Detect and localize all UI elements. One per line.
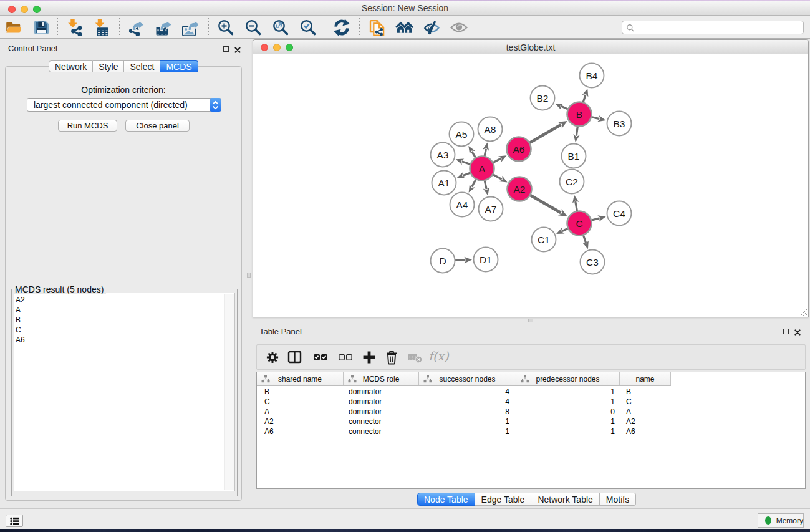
fit-content-button[interactable]: [271, 17, 291, 37]
column-header-MCDS-role[interactable]: MCDS role: [344, 372, 419, 385]
table-cell: connector: [344, 417, 419, 427]
table-cell: B: [620, 387, 671, 397]
fit-content-icon: [272, 19, 289, 36]
mcds-result-list[interactable]: A2ABCA6: [16, 295, 25, 345]
table-panel-close-icon[interactable]: [794, 329, 801, 336]
graph-node-label: C3: [586, 257, 599, 268]
table-row[interactable]: Adominator80A: [257, 407, 806, 417]
export-table-button[interactable]: [153, 17, 173, 37]
close-x-icon: [234, 47, 241, 53]
tab-select[interactable]: Select: [124, 60, 160, 72]
resize-grip-icon[interactable]: [800, 309, 807, 316]
add-column-button[interactable]: [359, 347, 379, 367]
network-graph-canvas[interactable]: B4B2BB3A5A8A6B1A3AA1C2A2A4A7C4CC1C3DD1: [254, 55, 809, 317]
show-eye-button[interactable]: [449, 17, 469, 37]
column-header-predecessor-nodes[interactable]: predecessor nodes: [516, 372, 620, 385]
export-image-icon: [181, 19, 198, 36]
horizontal-splitter-handle[interactable]: [528, 319, 533, 322]
import-network-button[interactable]: [65, 17, 85, 37]
column-header-shared-name[interactable]: shared name: [257, 372, 344, 385]
memory-button[interactable]: Memory: [758, 513, 804, 528]
table-panel-tabs: Node TableEdge TableNetwork TableMotifs: [417, 493, 636, 506]
toolbar-separator: [119, 18, 120, 37]
table-panel-float-icon[interactable]: [783, 329, 789, 334]
table-cell: 0: [516, 407, 620, 417]
table-row[interactable]: A6connector11A6: [257, 427, 806, 437]
column-header-name[interactable]: name: [620, 372, 671, 385]
table-cell: C: [620, 397, 671, 407]
tab-motifs[interactable]: Motifs: [600, 493, 636, 506]
tab-network[interactable]: Network: [49, 60, 93, 72]
column-settings-button[interactable]: [263, 347, 282, 367]
column-header-successor-nodes[interactable]: successor nodes: [419, 372, 516, 385]
table-row[interactable]: Cdominator41C: [257, 397, 806, 407]
select-all-button[interactable]: [311, 347, 330, 367]
control-panel-close-icon[interactable]: [234, 47, 241, 53]
table-cell: 1: [516, 387, 620, 397]
toolbar-separator: [57, 18, 58, 37]
criterion-dropdown[interactable]: largest connected component (directed): [27, 98, 221, 112]
table-cell: 4: [419, 387, 516, 397]
open-folder-button[interactable]: [3, 17, 23, 37]
hide-eye-button[interactable]: [422, 17, 441, 37]
table-cell: 1: [419, 427, 516, 437]
graph-node-label: A: [479, 163, 486, 174]
run-mcds-button[interactable]: Run MCDS: [58, 120, 117, 132]
tab-style[interactable]: Style: [93, 60, 124, 72]
import-table-button[interactable]: [92, 17, 112, 37]
delete-table-icon: [408, 351, 423, 364]
result-item[interactable]: A: [16, 305, 25, 315]
zoom-out-button[interactable]: [243, 17, 263, 37]
table-row[interactable]: Bdominator41B: [257, 387, 806, 397]
control-panel-float-icon[interactable]: [223, 46, 229, 52]
mcds-result-scrollpane: A2ABCA6: [14, 293, 235, 491]
zoom-selected-button[interactable]: [298, 17, 318, 37]
export-image-button[interactable]: [180, 17, 200, 37]
delete-table-button[interactable]: [405, 347, 425, 367]
vertical-splitter-handle[interactable]: [247, 273, 251, 278]
table-row[interactable]: A2connector11A2: [257, 417, 806, 427]
graph-node-label: A3: [437, 150, 449, 160]
hide-eye-icon: [423, 19, 440, 36]
graph-node-label: A2: [514, 184, 526, 195]
delete-column-button[interactable]: [382, 347, 402, 367]
function-builder-button[interactable]: f(x): [428, 349, 449, 363]
result-item[interactable]: A6: [16, 335, 25, 345]
column-header-label: shared name: [278, 375, 322, 384]
refresh-button[interactable]: [332, 17, 352, 37]
table-cell: 1: [516, 417, 620, 427]
result-item[interactable]: C: [16, 325, 25, 335]
table-toolbar: [256, 344, 806, 370]
app-titlebar: Session: New Session: [0, 1, 810, 16]
clone-network-button[interactable]: [367, 17, 387, 37]
column-header-label: MCDS role: [363, 375, 400, 384]
export-network-button[interactable]: [127, 17, 147, 37]
column-type-icon: [521, 375, 529, 383]
tab-network-table[interactable]: Network Table: [531, 493, 599, 506]
zoom-in-button[interactable]: [216, 17, 236, 37]
graph-node-label: C4: [613, 208, 625, 219]
graph-node-label: A8: [485, 124, 496, 135]
tab-node-table[interactable]: Node Table: [417, 493, 475, 506]
table-cell: A2: [620, 417, 671, 427]
result-scrollbar[interactable]: [224, 294, 234, 490]
split-view-button[interactable]: [285, 347, 305, 367]
table-cell: dominator: [344, 397, 419, 407]
tab-mcds[interactable]: MCDS: [160, 60, 198, 72]
search-input[interactable]: [622, 21, 804, 34]
result-item[interactable]: A2: [16, 295, 25, 305]
column-type-icon: [348, 375, 357, 383]
table-cell: 1: [419, 417, 516, 427]
deselect-all-button[interactable]: [335, 347, 355, 367]
task-history-button[interactable]: [6, 515, 23, 527]
column-header-label: name: [635, 375, 654, 384]
home-button[interactable]: [394, 17, 414, 37]
close-panel-button[interactable]: Close panel: [125, 120, 190, 132]
result-item[interactable]: B: [16, 315, 25, 325]
save-button[interactable]: [31, 17, 51, 37]
select-all-icon: [313, 351, 328, 364]
desktop-wallpaper-bottom: [0, 529, 810, 532]
tab-edge-table[interactable]: Edge Table: [475, 493, 532, 506]
table-cell: A2: [257, 417, 344, 427]
control-panel-title: Control Panel: [8, 44, 57, 53]
